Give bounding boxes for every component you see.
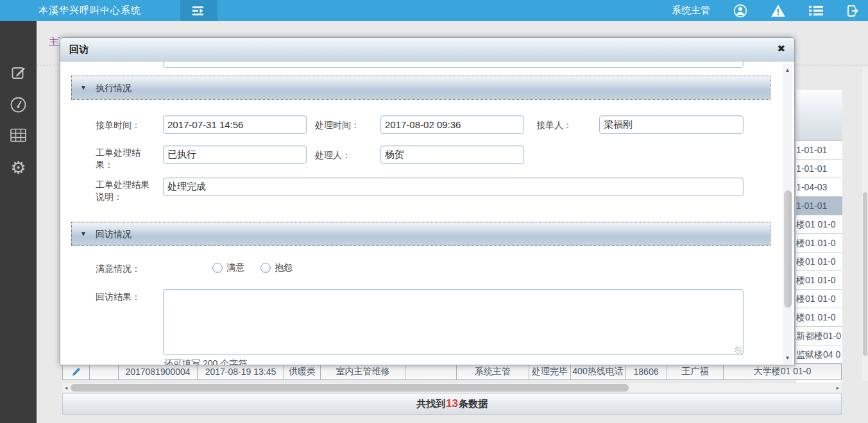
table-cell: 18606 [625,364,667,379]
cell-text: 楼01 01-0 [796,275,835,285]
app-title: 本溪华兴呼叫中心系统 [38,4,141,17]
right-table-row[interactable]: 1-01-01 [796,197,842,215]
hscroll-thumb[interactable] [71,384,629,392]
alerts-button[interactable] [770,4,786,17]
close-icon[interactable]: ✖ [777,43,785,54]
right-table-row[interactable]: 楼01 01-0 [796,234,842,253]
chevron-down-icon: ▼ [80,230,87,237]
result-desc-field[interactable] [163,178,744,196]
dialog-title: 回访 [69,44,89,56]
table-header-partial [796,90,842,141]
table-cell: 400热线电话 [571,364,625,379]
section-exec-header[interactable]: ▼ 执行情况 [71,76,770,100]
horizontal-scrollbar[interactable]: ◄ ► [62,383,842,392]
clipped-input-above[interactable] [163,62,744,68]
left-sidebar: ⚙ [0,21,37,423]
table-cell: 室内主管维修 [321,364,405,379]
visit-result-label: 回访结果： [96,291,140,303]
section-visit-title: 回访情况 [96,229,132,240]
page-vscroll-thumb[interactable] [863,192,867,356]
satisfaction-label: 满意情况： [96,263,140,275]
logout-button[interactable] [846,4,860,17]
right-table-row[interactable]: 楼01 01-0 [796,308,842,327]
cell-text: 1-04-03 [796,182,827,192]
processor-field[interactable] [380,145,524,164]
complaint-option-label: 抱怨 [275,262,293,274]
right-table-row[interactable]: 1-01-01 [796,141,842,160]
user-profile-button[interactable] [733,4,747,18]
top-navbar: 本溪华兴呼叫中心系统 系统主管 [0,0,868,21]
sidebar-item-dashboard[interactable] [0,92,37,117]
cell-text: 楼01 01-0 [796,219,835,229]
user-icon [733,4,747,18]
edit-icon [10,64,27,81]
table-cell [90,364,119,379]
dialog-header[interactable]: 回访 ✖ [60,38,794,62]
scroll-down-arrow-icon[interactable]: ▼ [783,353,792,362]
cell-text: 1-01-01 [796,201,827,211]
right-table-row[interactable]: 楼01 01-0 [796,290,842,308]
table-cell: 2017-08-19 13:45 [198,364,284,379]
processor-label: 处理人： [315,149,351,162]
gauge-icon [10,96,27,113]
count-value: 13 [445,397,459,410]
cell-text: 监狱楼04 0 [796,349,840,360]
current-user[interactable]: 系统主管 [672,4,710,17]
sidebar-item-reports[interactable] [0,122,37,148]
result-desc-label: 工单处理结果说明： [96,179,155,203]
sidebar-item-settings[interactable]: ⚙ [0,154,37,180]
tab-home[interactable]: 主页 [49,36,60,48]
radio-option-complaint[interactable]: 抱怨 [260,262,293,274]
table-row[interactable]: 2017081900004 2017-08-19 13:45 供暖类 室内主管维… [62,363,842,380]
right-table-row[interactable]: 新都楼01-0 [796,327,842,345]
cell-text: 楼01 01-0 [796,312,835,322]
gear-icon: ⚙ [10,159,26,176]
right-table-row[interactable]: 1-04-03 [796,178,842,197]
sidebar-toggle-button[interactable] [180,0,217,21]
dialog-body: ▼ 执行情况 接单时间： 处理时间： 接单人： 工单处理结果： 处理人： 工单处… [60,62,795,365]
process-time-field[interactable] [380,115,524,134]
complaint-radio[interactable] [260,263,271,273]
satisfied-radio[interactable] [212,263,223,273]
receive-time-field[interactable] [163,115,307,134]
section-visit-header[interactable]: ▼ 回访情况 [71,222,770,246]
scroll-up-arrow-icon[interactable]: ▲ [783,65,792,74]
radio-option-satisfied[interactable]: 满意 [212,262,244,274]
right-table-row[interactable]: 楼01 01-0 [796,215,842,234]
table-cell: 系统主管 [457,364,529,379]
satisfied-option-label: 满意 [226,262,244,274]
order-result-field[interactable] [163,145,307,164]
table-cell: 大学楼01 01-0 [724,364,842,379]
page-vertical-scrollbar[interactable] [862,67,868,381]
sidebar-item-orders[interactable] [0,60,37,85]
task-list-button[interactable] [809,5,823,16]
right-table-row[interactable]: 楼01 01-0 [796,271,842,290]
topbar-actions: 系统主管 [672,0,860,21]
grid-table-icon [10,128,27,143]
process-time-label: 处理时间： [315,119,360,131]
right-table-row[interactable]: 楼01 01-0 [796,253,842,271]
visit-result-textarea[interactable] [163,289,744,355]
dialog-scrollbar[interactable]: ▲ ▼ [783,63,792,364]
app-root: 主页 1-01-01 1-01-01 1-04-03 1-01-01 楼01 0… [0,0,868,423]
logout-icon [846,4,860,17]
table-cell: 2017081900004 [119,364,198,379]
cell-text: 新都楼01-0 [796,331,841,341]
order-result-label: 工单处理结果： [96,147,146,171]
cell-text: 楼01 01-0 [796,294,835,304]
chevron-down-icon: ▼ [80,84,87,91]
edit-row-button[interactable] [62,364,90,379]
right-table-row[interactable]: 监狱楼04 0 [796,345,842,364]
count-prefix: 共找到 [416,398,445,410]
scroll-left-arrow-icon[interactable]: ◄ [62,383,70,392]
visit-result-wrapper [163,289,744,355]
scroll-right-arrow-icon[interactable]: ► [834,383,842,392]
table-cell: 供暖类 [284,364,321,379]
list-icon [809,5,823,16]
receiver-field[interactable] [599,115,744,134]
dialog-scroll-thumb[interactable] [784,190,792,308]
background-table: 1-01-01 1-01-01 1-04-03 1-01-01 楼01 01-0… [796,90,842,383]
menu-toggle-icon [192,6,205,16]
right-table-row[interactable]: 1-01-01 [796,160,842,178]
table-cell [405,364,457,379]
